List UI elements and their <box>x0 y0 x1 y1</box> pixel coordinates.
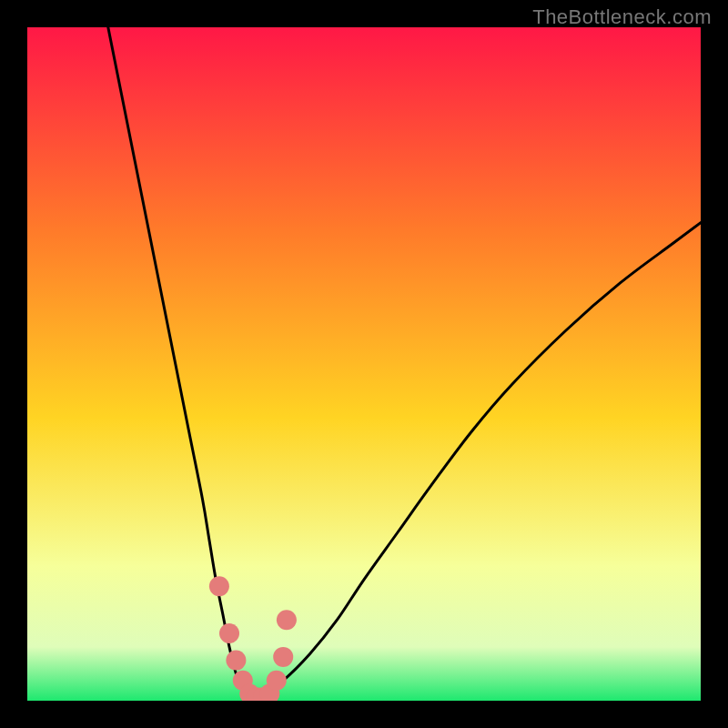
data-marker <box>267 671 287 691</box>
data-marker <box>219 623 239 643</box>
data-marker <box>226 651 246 671</box>
data-marker <box>277 610 297 630</box>
chart-frame: TheBottleneck.com <box>0 0 728 728</box>
data-marker <box>209 576 229 596</box>
watermark-text: TheBottleneck.com <box>532 5 712 29</box>
chart-svg <box>27 27 701 701</box>
data-marker <box>273 647 293 667</box>
bottleneck-chart <box>27 27 701 701</box>
